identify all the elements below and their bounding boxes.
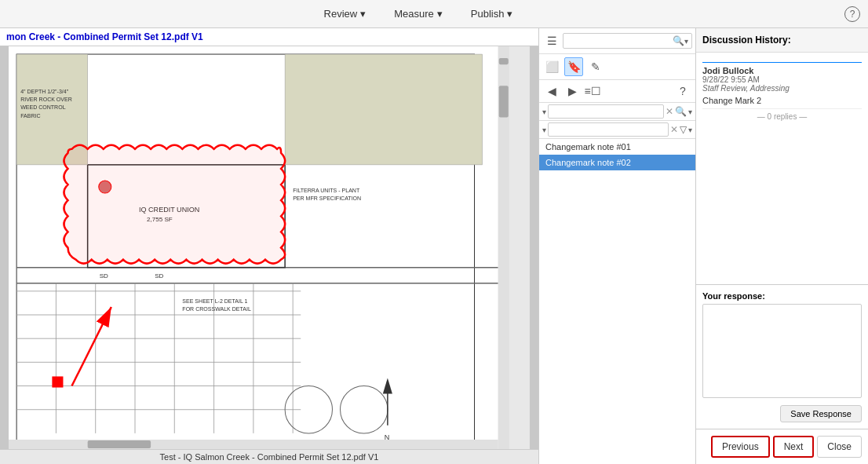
next-nav-btn[interactable]: ▶ xyxy=(563,82,582,100)
help-panel-btn[interactable]: ? xyxy=(673,82,692,100)
publish-chevron-icon: ▾ xyxy=(507,8,512,20)
svg-rect-22 xyxy=(285,54,482,165)
filter-funnel-icon[interactable]: ▽ xyxy=(680,124,687,135)
svg-point-43 xyxy=(99,181,111,193)
save-response-button[interactable]: Save Response xyxy=(780,405,862,422)
review-menu[interactable]: Review ▾ xyxy=(318,5,373,23)
svg-rect-48 xyxy=(88,440,151,448)
response-section: Your response: Save Response xyxy=(696,284,868,429)
measure-menu[interactable]: Measure ▾ xyxy=(388,5,449,23)
discussion-panel: Discussion History: Jodi Bullock 9/28/22… xyxy=(695,28,868,464)
changemark-label-2: Changemark note #02 xyxy=(545,158,631,167)
discussion-divider xyxy=(702,62,862,63)
svg-text:4" DEPTH 1/2"-3/4": 4" DEPTH 1/2"-3/4" xyxy=(20,89,69,94)
status-bar: Test - IQ Salmon Creek - Combined Permit… xyxy=(0,449,538,464)
svg-text:RIVER ROCK OVER: RIVER ROCK OVER xyxy=(20,97,72,102)
svg-text:WEED CONTROL: WEED CONTROL xyxy=(20,104,66,110)
list-view-btn[interactable]: ☰ xyxy=(542,31,561,50)
main-area: mon Creek - Combined Permit Set 12.pdf V… xyxy=(0,28,868,464)
response-textarea[interactable] xyxy=(702,304,862,398)
svg-text:SD: SD xyxy=(155,272,163,279)
filter-row-2: ▾ ✕ ▽ ▾ xyxy=(539,121,695,139)
measure-label: Measure xyxy=(394,8,434,20)
filter-dropdown-icon-2b: ▾ xyxy=(688,126,692,134)
main-toolbar: Review ▾ Measure ▾ Publish ▾ ? xyxy=(0,0,868,28)
list-icon-btn[interactable]: ≡☐ xyxy=(583,82,602,100)
view-tabs: ⬜ 🔖 ✎ xyxy=(539,54,695,80)
filter-dropdown-icon-1b: ▾ xyxy=(688,108,692,116)
svg-rect-46 xyxy=(499,86,509,117)
panel-tab-pages[interactable]: ⬜ xyxy=(542,57,561,76)
filter-clear-icon-1[interactable]: ✕ xyxy=(666,106,673,117)
filter-dropdown-icon-2: ▾ xyxy=(542,126,546,134)
measure-chevron-icon: ▾ xyxy=(437,8,443,20)
svg-text:PER MFR SPECIFICATION: PER MFR SPECIFICATION xyxy=(293,195,361,201)
filter-clear-icon-2[interactable]: ✕ xyxy=(670,124,678,135)
svg-text:FILTERRA UNITS - PLANT: FILTERRA UNITS - PLANT xyxy=(293,188,360,193)
discussion-status: Staff Review, Addressing xyxy=(702,84,862,93)
review-chevron-icon: ▾ xyxy=(360,8,366,20)
discussion-date: 9/28/22 9:55 AM xyxy=(702,75,862,84)
changemark-list: Changemark note #01 Changemark note #02 xyxy=(539,139,695,464)
discussion-replies: — 0 replies — xyxy=(702,108,862,121)
close-button[interactable]: Close xyxy=(817,436,862,458)
svg-rect-39 xyxy=(52,376,63,387)
prev-nav-btn[interactable]: ◀ xyxy=(542,82,561,100)
nav-bar: ◀ ▶ ≡☐ ? xyxy=(539,80,695,103)
svg-text:FOR CROSSWALK DETAIL: FOR CROSSWALK DETAIL xyxy=(182,306,251,312)
bottom-buttons: Previous Next Close xyxy=(696,429,868,464)
svg-rect-45 xyxy=(499,58,509,64)
svg-text:FABRIC: FABRIC xyxy=(20,113,40,119)
blueprint-svg: IQ CREDIT UNION 2,755 SF xyxy=(0,46,538,449)
publish-menu[interactable]: Publish ▾ xyxy=(465,5,520,23)
discussion-content: Jodi Bullock 9/28/22 9:55 AM Staff Revie… xyxy=(696,53,868,284)
filter-search-icon-1[interactable]: 🔍 xyxy=(675,106,687,117)
next-button[interactable]: Next xyxy=(773,436,815,458)
changemark-panel: ☰ 🔍 ▾ ⬜ 🔖 ✎ ◀ ▶ ≡☐ ? ▾ ✕ 🔍 ▾ xyxy=(538,28,695,464)
changemark-label-1: Changemark note #01 xyxy=(545,142,631,152)
changemark-item-2[interactable]: Changemark note #02 xyxy=(539,155,695,170)
discussion-author: Jodi Bullock xyxy=(702,66,862,75)
replies-count: 0 replies xyxy=(768,112,797,121)
changemark-item-1[interactable]: Changemark note #01 xyxy=(539,139,695,155)
panel-toolbar: ☰ 🔍 ▾ xyxy=(539,28,695,54)
discussion-header: Discussion History: xyxy=(696,28,868,53)
review-label: Review xyxy=(324,8,358,20)
search-dropdown-icon: ▾ xyxy=(684,37,688,46)
filter-row-1: ▾ ✕ 🔍 ▾ xyxy=(539,103,695,121)
help-button[interactable]: ? xyxy=(844,6,860,22)
publish-label: Publish xyxy=(471,8,505,20)
svg-rect-47 xyxy=(9,440,498,449)
discussion-entry-1: Jodi Bullock 9/28/22 9:55 AM Staff Revie… xyxy=(702,62,862,121)
search-icon: 🔍 xyxy=(673,35,684,46)
filter-input-2[interactable] xyxy=(548,122,669,137)
svg-text:SD: SD xyxy=(100,272,108,279)
panel-tab-edit[interactable]: ✎ xyxy=(586,57,605,76)
discussion-text: Change Mark 2 xyxy=(702,96,862,105)
changemark-search-input[interactable] xyxy=(567,36,673,46)
blueprint-panel: mon Creek - Combined Permit Set 12.pdf V… xyxy=(0,28,538,464)
panel-tab-bookmarks[interactable]: 🔖 xyxy=(564,57,583,76)
blueprint-title: mon Creek - Combined Permit Set 12.pdf V… xyxy=(0,28,538,46)
blueprint-content[interactable]: IQ CREDIT UNION 2,755 SF xyxy=(0,46,538,449)
response-label: Your response: xyxy=(702,291,862,301)
filter-dropdown-icon-1: ▾ xyxy=(542,108,546,116)
filter-input-1[interactable] xyxy=(548,104,664,119)
previous-button[interactable]: Previous xyxy=(711,436,770,458)
svg-text:SEE SHEET L-2 DETAIL 1: SEE SHEET L-2 DETAIL 1 xyxy=(182,298,247,304)
